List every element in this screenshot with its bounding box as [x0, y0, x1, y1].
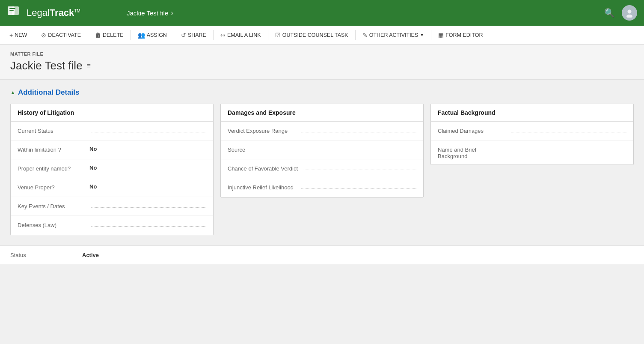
- field-dots: [303, 170, 416, 170]
- field-row: Defenses (Law): [11, 216, 213, 235]
- delete-icon: 🗑: [95, 32, 101, 39]
- field-dots: [91, 132, 206, 132]
- field-label: Within limitation ?: [18, 146, 86, 153]
- deactivate-button[interactable]: ⊘ DEACTIVATE: [37, 30, 85, 40]
- field-dots: [91, 207, 206, 208]
- share-button[interactable]: ↺ SHARE: [177, 30, 211, 40]
- field-label: Injunctive Relief Likelihood: [228, 183, 296, 191]
- dropdown-arrow-icon: ▼: [420, 33, 424, 37]
- toolbar-separator-6: [268, 30, 268, 40]
- svg-point-4: [628, 10, 632, 14]
- field-dots: [301, 151, 416, 151]
- section-title: Additional Details: [18, 88, 80, 97]
- field-label: Key Events / Dates: [18, 202, 86, 209]
- form-editor-button[interactable]: ▦ FORM EDITOR: [434, 30, 487, 40]
- breadcrumb-file[interactable]: Jackie Test file: [127, 9, 168, 17]
- toolbar-separator-8: [431, 30, 431, 40]
- outside-counsel-icon: ☑: [275, 32, 281, 39]
- share-icon: ↺: [181, 32, 186, 39]
- matter-title-row: Jackie Test file ≡: [10, 59, 634, 72]
- toolbar-separator-4: [174, 30, 174, 40]
- new-button[interactable]: + NEW: [5, 30, 31, 40]
- field-row: Venue Proper? No: [11, 178, 213, 197]
- matter-title: Jackie Test file: [10, 59, 83, 72]
- delete-button[interactable]: 🗑 DELETE: [91, 30, 128, 40]
- other-activities-icon: ✎: [362, 32, 368, 39]
- history-litigation-body: Current Status Within limitation ? No Pr…: [11, 122, 213, 235]
- field-row: Injunctive Relief Likelihood: [221, 178, 423, 197]
- field-row: Source: [221, 141, 423, 159]
- assign-icon: 👥: [138, 32, 145, 39]
- factual-background-header: Factual Background: [431, 104, 633, 122]
- list-icon[interactable]: ≡: [87, 62, 91, 70]
- damages-exposure-card: Damages and Exposure Verdict Exposure Ra…: [220, 104, 424, 197]
- other-activities-button[interactable]: ✎ OTHER ACTIVITIES ▼: [358, 30, 429, 40]
- field-label: Current Status: [18, 127, 86, 134]
- field-row: Name and Brief Background: [431, 141, 633, 165]
- deactivate-icon: ⊘: [41, 32, 46, 39]
- field-row: Proper entity named? No: [11, 159, 213, 178]
- damages-exposure-body: Verdict Exposure Range Source Chance of …: [221, 122, 423, 197]
- assign-button[interactable]: 👥 ASSIGN: [134, 30, 171, 40]
- field-label: Source: [228, 146, 296, 153]
- field-row: Claimed Damages: [431, 122, 633, 141]
- section-header: ▲ Additional Details: [10, 88, 634, 97]
- field-row: Verdict Exposure Range: [221, 122, 423, 141]
- email-link-button[interactable]: ⇔ EMAIL A LINK: [216, 30, 265, 40]
- field-dots: [511, 151, 626, 151]
- factual-background-body: Claimed Damages Name and Brief Backgroun…: [431, 122, 633, 165]
- toolbar-separator-5: [213, 30, 214, 40]
- header-right: 🔍: [604, 5, 637, 21]
- email-link-icon: ⇔: [220, 32, 226, 39]
- outside-counsel-button[interactable]: ☑ OUTSIDE COUNSEL TASK: [271, 30, 353, 40]
- form-editor-icon: ▦: [438, 32, 444, 39]
- field-label: Name and Brief Background: [438, 146, 506, 159]
- breadcrumb-chevron-icon: ›: [171, 9, 173, 18]
- history-litigation-header: History of Litigation: [11, 104, 213, 122]
- field-label: Defenses (Law): [18, 221, 86, 228]
- new-icon: +: [9, 32, 13, 39]
- field-label: Proper entity named?: [18, 165, 86, 172]
- matter-header: MATTER FILE Jackie Test file ≡: [0, 45, 644, 80]
- field-dots: [301, 188, 416, 189]
- section-area: ▲ Additional Details History of Litigati…: [0, 80, 644, 244]
- field-label: Chance of Favorable Verdict: [228, 165, 298, 172]
- field-row: Current Status: [11, 122, 213, 141]
- toolbar-separator-3: [131, 30, 131, 40]
- logo-text: LegalTrackTM: [27, 7, 80, 18]
- field-value: No: [89, 146, 97, 152]
- status-row: Status Active: [0, 245, 644, 264]
- toolbar: + NEW ⊘ DEACTIVATE 🗑 DELETE 👥 ASSIGN ↺ S…: [0, 26, 644, 45]
- matter-label: MATTER FILE: [10, 51, 634, 57]
- field-value: No: [89, 183, 97, 190]
- field-label: Claimed Damages: [438, 127, 506, 134]
- field-dots: [91, 226, 206, 227]
- factual-background-card: Factual Background Claimed Damages Name …: [430, 104, 634, 165]
- field-label: Venue Proper?: [18, 183, 86, 191]
- toolbar-separator: [34, 30, 34, 40]
- cards-row: History of Litigation Current Status Wit…: [10, 104, 634, 235]
- logo-area: LegalTrackTM: [7, 5, 127, 21]
- svg-rect-3: [9, 10, 14, 11]
- breadcrumb-area: Jackie Test file ›: [127, 9, 604, 18]
- svg-rect-2: [9, 8, 15, 9]
- field-label: Verdict Exposure Range: [228, 127, 296, 134]
- toolbar-separator-2: [88, 30, 88, 40]
- field-dots: [511, 132, 626, 132]
- page-content: MATTER FILE Jackie Test file ≡ ▲ Additio…: [0, 45, 644, 344]
- field-dots: [301, 132, 416, 132]
- toolbar-separator-7: [355, 30, 356, 40]
- status-value: Active: [82, 252, 99, 258]
- field-row: Within limitation ? No: [11, 141, 213, 159]
- field-value: No: [89, 165, 97, 171]
- history-litigation-card: History of Litigation Current Status Wit…: [10, 104, 214, 235]
- collapse-arrow-icon[interactable]: ▲: [10, 90, 15, 96]
- damages-exposure-header: Damages and Exposure: [221, 104, 423, 122]
- search-icon[interactable]: 🔍: [604, 8, 615, 18]
- top-header: LegalTrackTM Jackie Test file › 🔍: [0, 0, 644, 26]
- field-row: Key Events / Dates: [11, 197, 213, 216]
- svg-point-5: [626, 15, 632, 18]
- logo-icon[interactable]: [7, 5, 23, 21]
- field-row: Chance of Favorable Verdict: [221, 159, 423, 178]
- avatar[interactable]: [622, 5, 637, 21]
